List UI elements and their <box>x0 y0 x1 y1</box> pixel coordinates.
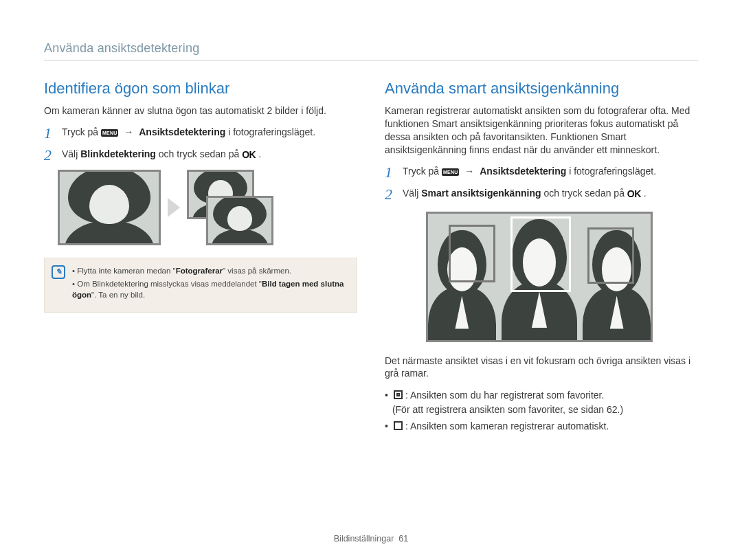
text: . <box>258 148 261 159</box>
text: ". Ta en ny bild. <box>91 291 145 299</box>
text: " visas på skärmen. <box>223 267 291 275</box>
note-item: Flytta inte kameran medan "Fotograferar"… <box>72 265 347 277</box>
left-intro: Om kameran känner av slutna ögon tas aut… <box>44 104 357 117</box>
note-item: Om Blinkdetektering misslyckas visas med… <box>72 278 347 301</box>
text: (För att registrera ansikten som favorit… <box>392 404 623 415</box>
step-number: 1 <box>44 126 56 141</box>
focus-frame-white <box>510 216 571 292</box>
example-photo-large <box>58 170 161 245</box>
favorite-frame-icon <box>394 390 403 399</box>
step-text: Tryck på MENU → Ansiktsdetektering i fot… <box>62 126 357 139</box>
right-title: Använda smart ansiktsigenkänning <box>385 80 698 98</box>
text: Tryck på <box>403 166 442 177</box>
note-box: ✎ Flytta inte kameran medan "Fotografera… <box>44 258 357 313</box>
text: och tryck sedan på <box>159 148 242 159</box>
text: i fotograferingsläget. <box>228 126 315 137</box>
text: . <box>644 188 647 199</box>
bold-label: Ansiktsdetektering <box>480 166 566 177</box>
after-image-text: Det närmaste ansiktet visas i en vit fok… <box>385 355 698 381</box>
step-text: Välj Blinkdetektering och tryck sedan på… <box>62 148 357 162</box>
breadcrumb: Använda ansiktsdetektering <box>44 41 698 60</box>
text: : Ansikten som kameran registrerar autom… <box>405 421 609 432</box>
right-step-1: 1 Tryck på MENU → Ansiktsdetektering i f… <box>385 165 698 180</box>
ok-icon: OK <box>242 148 256 162</box>
legend-list: : Ansikten som du har registrerat som fa… <box>385 388 698 433</box>
step-text: Tryck på MENU → Ansiktsdetektering i fot… <box>403 165 698 179</box>
example-photo-stack <box>187 170 273 245</box>
arrow-right-icon <box>168 198 180 217</box>
right-column: Använda smart ansiktsigenkänning Kameran… <box>385 80 698 436</box>
footer-label: Bildinställningar <box>334 534 394 544</box>
step-number: 2 <box>385 187 397 202</box>
note-icon: ✎ <box>52 265 65 279</box>
example-photo-small <box>206 196 273 245</box>
focus-frame-gray <box>449 225 495 282</box>
legend-item: : Ansikten som du har registrerat som fa… <box>385 388 698 416</box>
auto-frame-icon <box>394 421 403 430</box>
bold-label: Smart ansiktsigenkänning <box>421 188 541 199</box>
menu-icon: MENU <box>442 168 459 176</box>
focus-frame-gray <box>587 227 634 284</box>
right-intro: Kameran registrerar automatiskt ansikten… <box>385 104 698 157</box>
legend-item: : Ansikten som kameran registrerar autom… <box>385 419 698 433</box>
footer-page-number: 61 <box>398 534 408 544</box>
content-columns: Identifiera ögon som blinkar Om kameran … <box>44 80 698 436</box>
arrow-icon: → <box>121 126 136 137</box>
step-number: 1 <box>385 165 397 180</box>
arrow-icon: → <box>462 166 477 177</box>
group-faces-image <box>426 212 653 342</box>
left-title: Identifiera ögon som blinkar <box>44 80 357 98</box>
bold-label: Blinkdetektering <box>80 148 156 159</box>
menu-icon: MENU <box>101 129 118 137</box>
text: : Ansikten som du har registrerat som fa… <box>405 390 604 401</box>
text: Tryck på <box>62 126 101 137</box>
text: Om Blinkdetektering misslyckas visas med… <box>77 280 262 288</box>
bullet-icon <box>385 419 388 433</box>
step-text: Välj Smart ansiktsigenkänning och tryck … <box>403 187 698 201</box>
page-footer: Bildinställningar 61 <box>0 534 742 544</box>
bold-label: Fotograferar <box>176 267 223 275</box>
bullet-icon <box>385 388 388 416</box>
blink-example-images <box>58 170 357 245</box>
text: Flytta inte kameran medan " <box>77 267 175 275</box>
step-number: 2 <box>44 148 56 163</box>
left-column: Identifiera ögon som blinkar Om kameran … <box>44 80 357 436</box>
bold-label: Ansiktsdetektering <box>139 126 225 137</box>
ok-icon: OK <box>627 188 641 201</box>
text: Välj <box>62 148 80 159</box>
text: och tryck sedan på <box>543 188 627 199</box>
note-list: Flytta inte kameran medan "Fotograferar"… <box>72 265 347 302</box>
left-step-2: 2 Välj Blinkdetektering och tryck sedan … <box>44 148 357 163</box>
text: i fotograferingsläget. <box>569 166 656 177</box>
text: Välj <box>403 188 421 199</box>
left-step-1: 1 Tryck på MENU → Ansiktsdetektering i f… <box>44 126 357 141</box>
right-step-2: 2 Välj Smart ansiktsigenkänning och tryc… <box>385 187 698 202</box>
